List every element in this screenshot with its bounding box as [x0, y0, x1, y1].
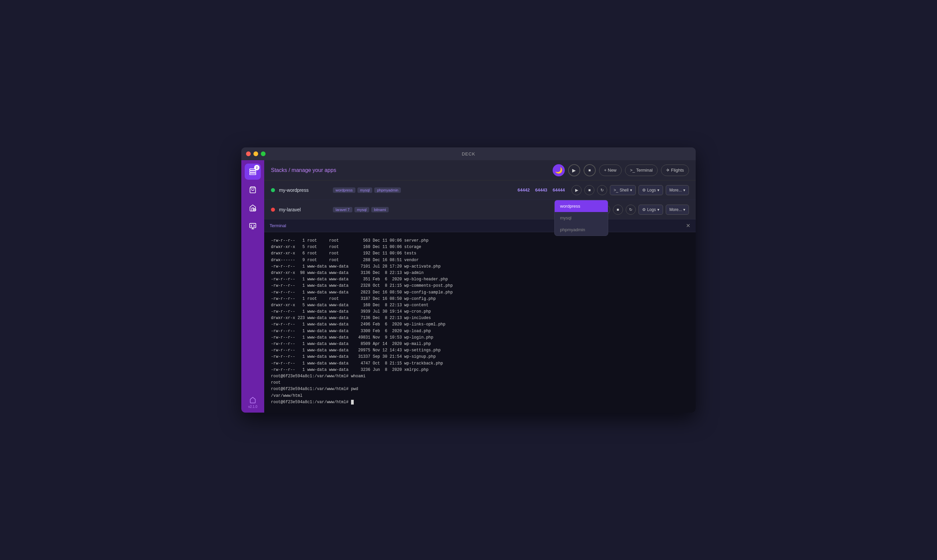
main-window: DECK 2 — [241, 148, 696, 412]
shell-option-phpmyadmin[interactable]: phpmyadmin — [555, 224, 608, 235]
terminal-line: -rw-r--r-- 1 www-data www-data 3300 Feb … — [271, 328, 689, 334]
tag-wordpress: wordpress — [333, 188, 355, 193]
app-body: 2 — [241, 160, 696, 412]
more-chevron-wp: ▾ — [683, 188, 685, 192]
home-icon — [249, 397, 256, 403]
terminal-line: -rw-r--r-- 1 www-data www-data 8509 Apr … — [271, 341, 689, 347]
window-title: DECK — [462, 151, 475, 157]
terminal-cursor — [351, 400, 354, 405]
logs-label: Logs — [647, 188, 656, 192]
stack-actions-laravel: ▶ ■ ↻ ⚙ Logs ▾ More... ▾ — [600, 205, 689, 215]
svg-rect-2 — [250, 173, 256, 175]
terminal-line: -rw-r--r-- 1 root root 3187 Dec 16 08:50… — [271, 296, 689, 302]
shell-chevron: ▾ — [630, 188, 632, 192]
tag-phpmyadmin: phpmyadmin — [374, 188, 401, 193]
terminal-line: drwx------ 9 root root 288 Dec 16 08:51 … — [271, 257, 689, 263]
main-content: Stacks / manage your apps 🌙 ▶ ■ + New >_… — [264, 160, 696, 412]
terminal-line: -rw-r--r-- 1 www-data www-data 2328 Oct … — [271, 283, 689, 289]
stop-button[interactable]: ■ — [584, 164, 596, 176]
play-button[interactable]: ▶ — [568, 164, 580, 176]
minimize-button[interactable] — [254, 151, 258, 156]
port-64443[interactable]: 64443 — [535, 188, 547, 192]
version-label: v2.1.0 — [248, 405, 257, 409]
stack-ports-wordpress: 64442 64443 64444 — [518, 188, 565, 192]
logs-chevron-laravel: ▾ — [657, 207, 659, 212]
logs-icon: ⚙ — [642, 188, 646, 192]
terminal-header: Terminal ✕ — [264, 219, 696, 232]
terminal-body[interactable]: -rw-r--r-- 1 root root 563 Dec 11 00:06 … — [264, 232, 696, 412]
terminal-line: -rw-r--r-- 1 www-data www-data 49831 Nov… — [271, 334, 689, 341]
stack-tags-laravel: laravel 7 mysql bitnami — [333, 207, 563, 212]
terminal-line: -rw-r--r-- 1 www-data www-data 31337 Sep… — [271, 354, 689, 360]
logs-chevron: ▾ — [657, 188, 659, 192]
tag-laravel7: laravel 7 — [333, 207, 352, 212]
shell-dropdown-button[interactable]: >_ Shell ▾ — [610, 185, 635, 195]
tag-bitnami: bitnami — [371, 207, 388, 212]
terminal-button[interactable]: >_ Terminal — [625, 165, 658, 176]
port-64442[interactable]: 64442 — [518, 188, 530, 192]
flights-button[interactable]: ✈ Flights — [661, 165, 689, 176]
close-button[interactable] — [246, 151, 251, 156]
terminal-line: /var/www/html — [271, 393, 689, 399]
terminal-line: drwxr-xr-x 5 root root 160 Dec 11 00:06 … — [271, 244, 689, 251]
shell-option-wordpress[interactable]: wordpress — [555, 200, 608, 212]
stop-stack-laravel[interactable]: ■ — [613, 205, 623, 215]
shell-label: Shell — [620, 188, 629, 192]
stack-status-laravel — [271, 208, 275, 212]
terminal-section: Terminal ✕ -rw-r--r-- 1 root root 563 De… — [264, 219, 696, 412]
terminal-line: -rw-r--r-- 1 root root 563 Dec 11 00:06 … — [271, 238, 689, 244]
logs-button-laravel[interactable]: ⚙ Logs ▾ — [639, 205, 663, 215]
refresh-stack-wordpress[interactable]: ↻ — [597, 185, 607, 195]
logs-button-wordpress[interactable]: ⚙ Logs ▾ — [639, 185, 663, 195]
terminal-line: drwxr-xr-x 223 www-data www-data 7136 De… — [271, 315, 689, 322]
sidebar-item-stacks[interactable]: 2 — [245, 163, 261, 180]
play-stack-wordpress[interactable]: ▶ — [571, 185, 582, 195]
terminal-line: -rw-r--r-- 1 www-data www-data 2823 Dec … — [271, 289, 689, 296]
port-64444[interactable]: 64444 — [552, 188, 565, 192]
more-label-wp: More... — [669, 188, 682, 192]
terminal-line: drwxr-xr-x 5 www-data www-data 160 Dec 8… — [271, 302, 689, 309]
terminal-line: root@6f23e594a8c1:/var/www/html# whoami — [271, 373, 689, 380]
stack-row-laravel: my-laravel laravel 7 mysql bitnami 64463… — [264, 200, 696, 219]
terminal-line: root — [271, 380, 689, 386]
terminal-line: -rw-r--r-- 1 www-data www-data 20975 Nov… — [271, 347, 689, 354]
shell-dropdown-menu: wordpress mysql phpmyadmin — [554, 200, 608, 236]
terminal-line: -rw-r--r-- 1 www-data www-data 3236 Jun … — [271, 367, 689, 373]
terminal-line: -rw-r--r-- 1 www-data www-data 3939 Jul … — [271, 309, 689, 315]
terminal-line: -rw-r--r-- 1 www-data www-data 351 Feb 6… — [271, 276, 689, 283]
terminal-close-button[interactable]: ✕ — [686, 222, 690, 229]
stack-status-wordpress — [271, 188, 275, 192]
sidebar-item-shop[interactable] — [245, 182, 261, 198]
refresh-stack-laravel[interactable]: ↻ — [626, 205, 636, 215]
dark-mode-toggle[interactable]: 🌙 — [552, 164, 565, 176]
sidebar-item-remote[interactable] — [245, 218, 261, 234]
stop-stack-wordpress[interactable]: ■ — [584, 185, 594, 195]
shell-icon: >_ — [614, 188, 618, 192]
svg-rect-5 — [250, 223, 256, 228]
title-bar: DECK — [241, 148, 696, 160]
terminal-title: Terminal — [269, 223, 686, 228]
sidebar-bottom: v2.1.0 — [248, 397, 257, 412]
tag-mysql-laravel: mysql — [354, 207, 369, 212]
terminal-line: root@6f23e594a8c1:/var/www/html# — [271, 399, 689, 406]
stack-name-wordpress: my-wordpress — [279, 188, 333, 193]
sidebar-item-home[interactable] — [245, 200, 261, 216]
more-button-wordpress[interactable]: More... ▾ — [666, 185, 689, 195]
logs-label-laravel: Logs — [647, 207, 656, 212]
terminal-line: root@6f23e594a8c1:/var/www/html# pwd — [271, 386, 689, 392]
stack-tags-wordpress: wordpress mysql phpmyadmin — [333, 188, 518, 193]
more-button-laravel[interactable]: More... ▾ — [666, 205, 689, 215]
terminal-line: drwxr-xr-x 98 www-data www-data 3136 Dec… — [271, 270, 689, 276]
stacks-badge: 2 — [254, 165, 260, 170]
logs-icon-laravel: ⚙ — [642, 207, 646, 212]
stacks-area: my-wordpress wordpress mysql phpmyadmin … — [264, 180, 696, 219]
terminal-line: drwxr-xr-x 6 root root 192 Dec 11 00:06 … — [271, 251, 689, 257]
stack-name-laravel: my-laravel — [279, 207, 333, 212]
traffic-lights — [246, 151, 266, 156]
maximize-button[interactable] — [261, 151, 266, 156]
terminal-line: -rw-r--r-- 1 www-data www-data 2496 Feb … — [271, 322, 689, 328]
new-button[interactable]: + New — [599, 165, 622, 176]
more-label-laravel: More... — [669, 207, 682, 212]
sidebar: 2 — [241, 160, 264, 412]
shell-option-mysql[interactable]: mysql — [555, 212, 608, 224]
